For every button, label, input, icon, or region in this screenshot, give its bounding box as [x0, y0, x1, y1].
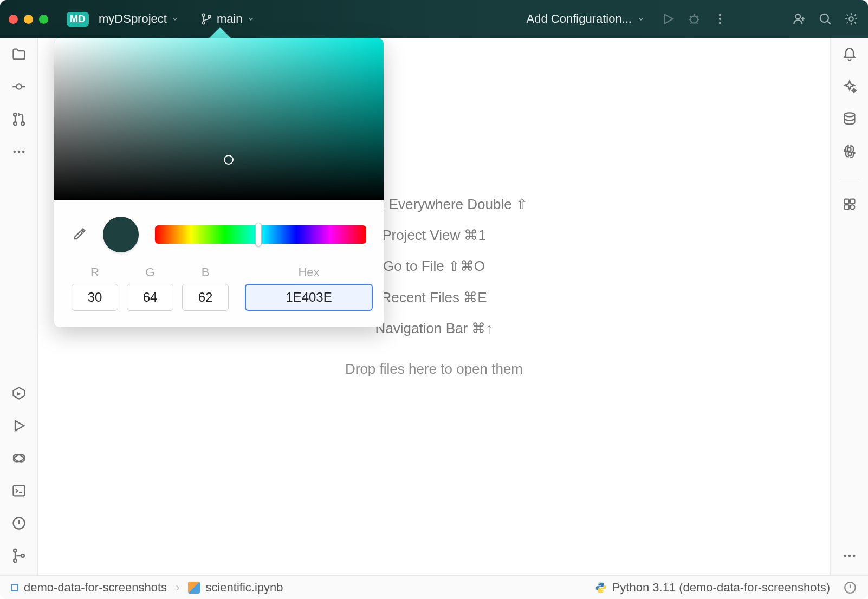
more-actions-button[interactable] — [712, 11, 728, 27]
svg-rect-26 — [850, 199, 854, 204]
ai-assistant-tool-button[interactable] — [841, 78, 858, 95]
hex-label: Hex — [298, 265, 319, 279]
svg-point-4 — [719, 14, 721, 16]
git-branch-icon — [200, 13, 212, 25]
right-tool-rail — [830, 38, 868, 575]
code-with-me-button[interactable] — [791, 11, 807, 27]
hue-slider-handle[interactable] — [255, 223, 262, 246]
svg-point-21 — [14, 549, 17, 552]
chevron-right-icon: › — [176, 581, 179, 595]
project-badge: MD — [67, 12, 89, 27]
chevron-down-icon — [637, 15, 645, 23]
module-icon — [11, 584, 18, 591]
window-controls — [9, 15, 48, 24]
r-label: R — [90, 265, 99, 279]
run-config-label: Add Configuration... — [527, 12, 632, 26]
jupyter-file-icon — [188, 582, 200, 594]
svg-point-16 — [22, 151, 24, 153]
plugins-tool-button[interactable] — [841, 196, 858, 213]
svg-rect-19 — [13, 486, 24, 496]
svg-point-28 — [850, 205, 854, 209]
search-everywhere-button[interactable] — [817, 11, 833, 27]
b-input[interactable] — [182, 284, 229, 311]
svg-rect-27 — [844, 205, 848, 209]
svg-point-9 — [849, 17, 853, 21]
svg-point-8 — [820, 14, 828, 22]
svg-point-5 — [719, 18, 721, 20]
services-tool-button[interactable] — [10, 385, 28, 402]
terminal-tool-button[interactable] — [10, 482, 28, 499]
r-input[interactable] — [72, 284, 118, 311]
breadcrumb-root: demo-data-for-screenshots — [24, 581, 167, 595]
svg-point-30 — [848, 555, 851, 557]
svg-point-7 — [796, 14, 801, 19]
svg-point-33 — [602, 590, 603, 591]
svg-point-11 — [14, 113, 17, 116]
titlebar: MD myDSproject main Add Configuration... — [0, 0, 868, 38]
g-label: G — [145, 265, 154, 279]
breadcrumb-file: scientific.ipynb — [205, 581, 283, 595]
svg-point-22 — [14, 559, 17, 562]
svg-point-0 — [202, 14, 205, 16]
svg-point-24 — [844, 113, 854, 116]
commit-tool-button[interactable] — [10, 78, 28, 95]
python-interpreter-selector[interactable]: Python 3.11 (demo-data-for-screenshots) — [595, 581, 830, 595]
status-bar: demo-data-for-screenshots › scientific.i… — [0, 575, 868, 599]
problems-indicator-icon[interactable] — [843, 581, 857, 595]
vcs-tool-button[interactable] — [10, 547, 28, 564]
settings-button[interactable] — [843, 11, 859, 27]
svg-point-23 — [21, 554, 24, 557]
close-window-button[interactable] — [9, 15, 18, 24]
branch-name-label: main — [217, 12, 243, 26]
hue-slider[interactable] — [155, 225, 366, 244]
run-tool-button[interactable] — [10, 417, 28, 434]
branch-selector[interactable]: main — [195, 9, 260, 29]
python-packages-tool-button[interactable] — [10, 450, 28, 467]
svg-point-12 — [14, 122, 17, 125]
project-tool-button[interactable] — [10, 45, 28, 63]
chevron-down-icon — [171, 15, 179, 23]
run-button[interactable] — [660, 11, 676, 27]
color-picker-popover: R G B Hex — [54, 38, 384, 327]
python-console-tool-button[interactable] — [841, 143, 858, 160]
svg-point-32 — [599, 583, 600, 584]
svg-point-31 — [852, 555, 855, 557]
b-label: B — [202, 265, 210, 279]
database-tool-button[interactable] — [841, 110, 858, 128]
svg-point-6 — [719, 22, 721, 24]
color-swatch — [103, 217, 139, 252]
svg-point-13 — [21, 122, 24, 125]
hex-input[interactable] — [245, 284, 373, 311]
debug-button[interactable] — [686, 11, 702, 27]
more-tool-windows-button[interactable] — [10, 143, 28, 160]
problems-tool-button[interactable] — [10, 515, 28, 532]
drop-files-hint: Drop files here to open them — [340, 354, 528, 385]
run-configuration-selector[interactable]: Add Configuration... — [521, 9, 650, 29]
g-input[interactable] — [127, 284, 173, 311]
interpreter-label: Python 3.11 (demo-data-for-screenshots) — [612, 581, 830, 595]
minimize-window-button[interactable] — [24, 15, 33, 24]
svg-point-15 — [17, 151, 20, 153]
eyedropper-button[interactable] — [72, 227, 87, 242]
saturation-value-panel[interactable] — [54, 38, 384, 200]
sv-cursor[interactable] — [224, 155, 234, 165]
chevron-down-icon — [247, 15, 255, 23]
svg-point-10 — [16, 84, 21, 89]
python-icon — [595, 582, 607, 594]
svg-rect-25 — [844, 199, 848, 204]
project-name-label: myDSproject — [99, 12, 167, 26]
svg-point-14 — [13, 151, 16, 153]
svg-point-2 — [208, 15, 211, 18]
project-selector[interactable]: MD myDSproject — [61, 9, 184, 30]
pull-requests-tool-button[interactable] — [10, 110, 28, 128]
notifications-tool-button[interactable] — [841, 45, 858, 63]
maximize-window-button[interactable] — [39, 15, 48, 24]
more-right-tools-button[interactable] — [841, 547, 858, 564]
left-tool-rail — [0, 38, 38, 575]
breadcrumb[interactable]: demo-data-for-screenshots › scientific.i… — [24, 581, 283, 595]
svg-point-1 — [202, 22, 205, 24]
svg-point-29 — [844, 555, 846, 557]
